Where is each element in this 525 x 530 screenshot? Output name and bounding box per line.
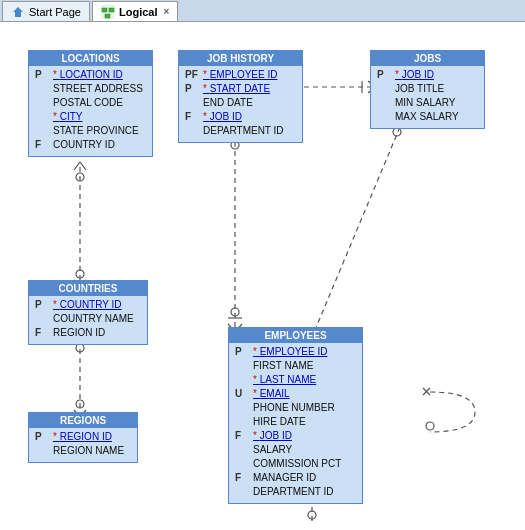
svg-line-7 <box>74 162 80 170</box>
svg-line-37 <box>423 388 430 395</box>
field-first-name: FIRST NAME <box>235 359 356 373</box>
svg-point-40 <box>308 511 316 519</box>
field-location-id: P LOCATION ID <box>35 68 146 82</box>
tab-start-page[interactable]: Start Page <box>2 1 90 21</box>
field-phone: PHONE NUMBER <box>235 401 356 415</box>
entity-regions: REGIONS P REGION ID REGION NAME <box>28 412 138 463</box>
field-last-name: LAST NAME <box>235 373 356 387</box>
entity-employees-header: EMPLOYEES <box>229 328 362 343</box>
field-state-province: STATE PROVINCE <box>35 124 146 138</box>
tab-start-page-label: Start Page <box>29 6 81 18</box>
field-ctry-region-id: F REGION ID <box>35 326 141 340</box>
field-city: CITY <box>35 110 146 124</box>
field-manager-id: F MANAGER ID <box>235 471 356 485</box>
entity-employees-body: P EMPLOYEE ID FIRST NAME LAST NAME U EMA… <box>229 343 362 503</box>
svg-point-33 <box>393 128 401 136</box>
entity-job-history-body: PF EMPLOYEE ID P START DATE END DATE F J… <box>179 66 302 142</box>
field-region-name: REGION NAME <box>35 444 131 458</box>
entity-locations-header: LOCATIONS <box>29 51 152 66</box>
field-jh-employee-id: PF EMPLOYEE ID <box>185 68 296 82</box>
entity-jobs-body: P JOB ID JOB TITLE MIN SALARY MAX SALARY <box>371 66 484 128</box>
entity-locations-body: P LOCATION ID STREET ADDRESS POSTAL CODE… <box>29 66 152 156</box>
entity-countries-body: P COUNTRY ID COUNTRY NAME F REGION ID <box>29 296 147 344</box>
field-min-salary: MIN SALARY <box>377 96 478 110</box>
field-max-salary: MAX SALARY <box>377 110 478 124</box>
svg-point-38 <box>426 422 434 430</box>
svg-point-9 <box>76 173 84 181</box>
diagram-icon <box>101 5 115 19</box>
tab-logical-close[interactable]: × <box>164 6 170 17</box>
canvas: LOCATIONS P LOCATION ID STREET ADDRESS P… <box>0 22 525 530</box>
svg-line-36 <box>423 388 430 395</box>
field-hire-date: HIRE DATE <box>235 415 356 429</box>
field-job-id: P JOB ID <box>377 68 478 82</box>
tab-logical-label: Logical <box>119 6 158 18</box>
svg-rect-4 <box>109 8 114 12</box>
field-jh-job-id: F JOB ID <box>185 110 296 124</box>
field-emp-id: P EMPLOYEE ID <box>235 345 356 359</box>
field-emp-job-id: F JOB ID <box>235 429 356 443</box>
entity-regions-header: REGIONS <box>29 413 137 428</box>
entity-countries-header: COUNTRIES <box>29 281 147 296</box>
field-postal-code: POSTAL CODE <box>35 96 146 110</box>
field-region-id: P REGION ID <box>35 430 131 444</box>
field-street-address: STREET ADDRESS <box>35 82 146 96</box>
field-loc-country-id: F COUNTRY ID <box>35 138 146 152</box>
tab-logical[interactable]: Logical × <box>92 1 178 21</box>
field-commission: COMMISSION PCT <box>235 457 356 471</box>
svg-rect-5 <box>105 14 110 18</box>
svg-point-16 <box>76 344 84 352</box>
tab-bar: Start Page Logical × <box>0 0 525 22</box>
svg-rect-3 <box>102 8 107 12</box>
svg-line-8 <box>80 162 86 170</box>
svg-point-12 <box>76 270 84 278</box>
entity-job-history: JOB HISTORY PF EMPLOYEE ID P START DATE … <box>178 50 303 143</box>
svg-point-19 <box>76 400 84 408</box>
home-icon <box>11 5 25 19</box>
entity-countries: COUNTRIES P COUNTRY ID COUNTRY NAME F RE… <box>28 280 148 345</box>
field-jh-end-date: END DATE <box>185 96 296 110</box>
svg-line-32 <box>310 127 400 342</box>
entity-locations: LOCATIONS P LOCATION ID STREET ADDRESS P… <box>28 50 153 157</box>
field-emp-dept-id: DEPARTMENT ID <box>235 485 356 499</box>
field-salary: SALARY <box>235 443 356 457</box>
field-jh-start-date: P START DATE <box>185 82 296 96</box>
entity-jobs: JOBS P JOB ID JOB TITLE MIN SALARY MAX S… <box>370 50 485 129</box>
field-country-id: P COUNTRY ID <box>35 298 141 312</box>
field-job-title: JOB TITLE <box>377 82 478 96</box>
entity-regions-body: P REGION ID REGION NAME <box>29 428 137 462</box>
entity-employees: EMPLOYEES P EMPLOYEE ID FIRST NAME LAST … <box>228 327 363 504</box>
svg-point-31 <box>231 308 239 316</box>
field-email: U EMAIL <box>235 387 356 401</box>
entity-jobs-header: JOBS <box>371 51 484 66</box>
field-country-name: COUNTRY NAME <box>35 312 141 326</box>
entity-job-history-header: JOB HISTORY <box>179 51 302 66</box>
field-jh-dept-id: DEPARTMENT ID <box>185 124 296 138</box>
